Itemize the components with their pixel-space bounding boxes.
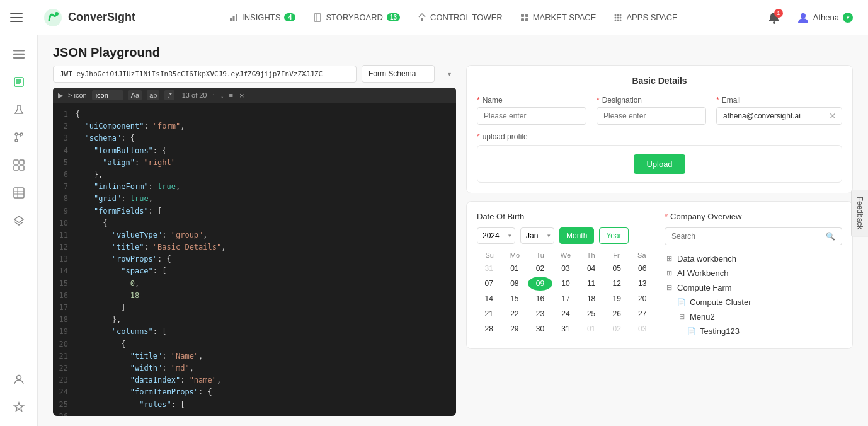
cal-cell[interactable]: 12 <box>605 277 629 291</box>
cal-cell[interactable]: 04 <box>579 262 603 275</box>
tree-item[interactable]: ⊞AI Workbench <box>665 266 842 280</box>
notifications-button[interactable]: 1 <box>764 8 784 28</box>
email-input[interactable] <box>717 108 824 124</box>
cal-cell[interactable]: 27 <box>630 307 654 321</box>
cal-cell[interactable]: 03 <box>554 262 578 275</box>
cal-cell[interactable]: 28 <box>477 322 501 336</box>
calendar-grid: SuMoTuWeThFrSa 3101020304050607080910111… <box>477 251 654 336</box>
code-editor: ▶ > icon Aa ab .* 13 of 20 ↑ ↓ ≡ × 12345… <box>53 88 456 416</box>
nav-apps-space[interactable]: APPS SPACE <box>606 9 685 26</box>
feedback-tab[interactable]: Feedback <box>851 190 868 237</box>
tree-item[interactable]: 📄Testing123 <box>665 324 842 338</box>
cal-cell[interactable]: 09 <box>528 277 552 291</box>
nav-market-space[interactable]: MARKET SPACE <box>513 9 604 26</box>
cal-cell[interactable]: 05 <box>605 262 629 275</box>
form-row-1: *Name *Designation *Email <box>477 96 842 125</box>
cal-cell[interactable]: 14 <box>477 292 501 306</box>
cal-cell[interactable]: 13 <box>630 277 654 291</box>
month-view-btn[interactable]: Month <box>559 227 594 244</box>
sidebar-reports-icon[interactable] <box>8 71 30 93</box>
tree-item-label: Testing123 <box>700 326 740 336</box>
cal-cell[interactable]: 31 <box>554 322 578 336</box>
cal-cell[interactable]: 15 <box>503 292 527 306</box>
svg-rect-8 <box>521 14 524 17</box>
svg-point-17 <box>620 16 622 18</box>
left-sidebar <box>0 35 38 426</box>
regex-btn[interactable]: .* <box>164 90 174 100</box>
match-word-btn[interactable]: ab <box>147 90 159 100</box>
jwt-input[interactable] <box>53 66 357 83</box>
tree-item-icon: 📄 <box>677 298 686 306</box>
cal-cell[interactable]: 26 <box>605 307 629 321</box>
breadcrumb-path: > icon <box>68 91 87 99</box>
name-input[interactable] <box>477 107 586 125</box>
cal-cell[interactable]: 22 <box>503 307 527 321</box>
sidebar-flask-icon[interactable] <box>8 98 30 121</box>
cal-cell[interactable]: 16 <box>528 292 552 306</box>
nav-insights[interactable]: INSIGHTS 4 <box>222 9 303 26</box>
svg-point-22 <box>801 13 806 18</box>
basic-details-title: Basic Details <box>477 76 842 86</box>
year-view-btn[interactable]: Year <box>599 227 628 244</box>
sidebar-menu-icon[interactable] <box>8 43 30 66</box>
nav-down-btn[interactable]: ↓ <box>220 91 224 99</box>
cal-cell[interactable]: 24 <box>554 307 578 321</box>
cal-cell[interactable]: 02 <box>528 262 552 275</box>
user-menu[interactable]: Athena ▾ <box>792 9 858 26</box>
svg-rect-25 <box>13 57 25 59</box>
sidebar-star-icon[interactable] <box>8 396 30 418</box>
cal-cell[interactable]: 17 <box>554 292 578 306</box>
cal-cell[interactable]: 03 <box>630 322 654 336</box>
tree-item[interactable]: ⊞Data workbench <box>665 251 842 266</box>
sidebar-git-icon[interactable] <box>8 126 30 149</box>
month-select[interactable]: Jan <box>520 227 554 244</box>
sidebar-layers-icon[interactable] <box>8 209 30 232</box>
tree-item[interactable]: ⊟Compute Farm <box>665 280 842 295</box>
cal-cell[interactable]: 07 <box>477 277 501 291</box>
user-chevron-icon: ▾ <box>843 13 853 23</box>
sidebar-bottom <box>8 368 30 418</box>
email-clear-btn[interactable]: ✕ <box>824 111 842 121</box>
nav-control-tower[interactable]: CONTROL TOWER <box>410 9 510 26</box>
name-required: * <box>477 96 480 105</box>
nav-up-btn[interactable]: ↑ <box>212 91 216 99</box>
cal-cell[interactable]: 25 <box>579 307 603 321</box>
sidebar-person-icon[interactable] <box>8 368 30 391</box>
cal-cell[interactable]: 23 <box>528 307 552 321</box>
company-search-input[interactable] <box>671 232 822 241</box>
cal-cell[interactable]: 11 <box>579 277 603 291</box>
cal-cell[interactable]: 21 <box>477 307 501 321</box>
close-search-btn[interactable]: × <box>239 91 244 100</box>
nav-storyboard[interactable]: STORYBOARD 13 <box>306 9 408 26</box>
more-btn[interactable]: ≡ <box>229 91 233 99</box>
schema-select[interactable]: Form Schema <box>362 65 435 83</box>
tree-item[interactable]: 📄Compute Cluster <box>665 295 842 309</box>
cal-cell[interactable]: 18 <box>579 292 603 306</box>
cal-cell[interactable]: 29 <box>503 322 527 336</box>
cal-cell[interactable]: 01 <box>503 262 527 275</box>
cal-cell[interactable]: 01 <box>579 322 603 336</box>
cal-cell[interactable]: 31 <box>477 262 501 275</box>
svg-point-21 <box>773 21 775 24</box>
cal-cell[interactable]: 06 <box>630 262 654 275</box>
year-select[interactable]: 2024 <box>477 227 515 244</box>
sidebar-dashboard-icon[interactable] <box>8 154 30 176</box>
tree-item-icon: ⊟ <box>665 284 673 292</box>
code-search-input[interactable] <box>92 90 123 100</box>
tree-item[interactable]: ⊟Menu2 <box>665 309 842 324</box>
cal-cell[interactable]: 30 <box>528 322 552 336</box>
cal-cell[interactable]: 02 <box>605 322 629 336</box>
match-case-btn[interactable]: Aa <box>128 90 142 100</box>
sidebar-table-icon[interactable] <box>8 181 30 204</box>
cal-cell[interactable]: 19 <box>605 292 629 306</box>
hamburger-menu[interactable] <box>10 13 23 22</box>
designation-input[interactable] <box>597 107 706 125</box>
cal-cell[interactable]: 08 <box>503 277 527 291</box>
cal-cell[interactable]: 10 <box>554 277 578 291</box>
insights-badge: 4 <box>284 13 295 21</box>
svg-rect-11 <box>525 18 528 21</box>
tree-item-icon: 📄 <box>687 327 696 335</box>
upload-button[interactable]: Upload <box>634 154 685 174</box>
cal-cell[interactable]: 20 <box>630 292 654 306</box>
svg-point-14 <box>620 14 622 16</box>
